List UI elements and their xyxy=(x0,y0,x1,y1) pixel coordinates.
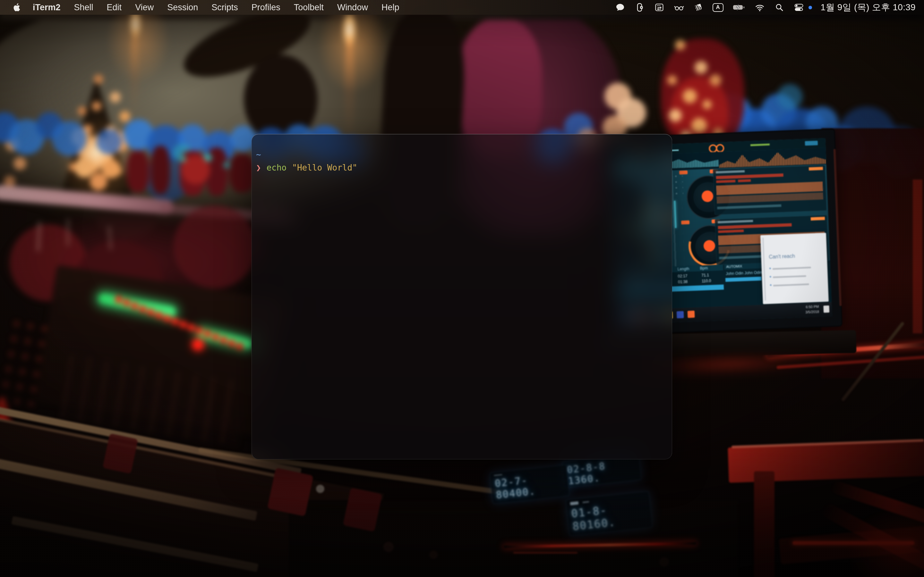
desktop: 02-8-8 1360. 02-7-80400. 01-8-80160. xyxy=(0,0,924,577)
eyeglasses-icon[interactable] xyxy=(674,2,684,13)
terminal-cwd-line: ~ xyxy=(256,148,666,161)
browser-col-bpm: Bpm xyxy=(700,266,708,271)
control-center-icon[interactable] xyxy=(793,2,804,13)
menu-item-window[interactable]: Window xyxy=(337,3,368,13)
notification-dot xyxy=(809,6,812,9)
input-source-icon[interactable]: A xyxy=(712,3,724,12)
browser-error-popup: Can't reach xyxy=(760,233,829,304)
terminal-prompt-line[interactable]: ❯echo"Hello World" xyxy=(256,161,666,174)
apple-menu[interactable] xyxy=(10,2,21,13)
prompt-symbol: ❯ xyxy=(256,163,261,172)
menu-item-profiles[interactable]: Profiles xyxy=(252,3,280,13)
browser-row: John Odin John Odin xyxy=(726,270,762,276)
menu-item-help[interactable]: Help xyxy=(381,3,399,13)
menu-item-view[interactable]: View xyxy=(135,3,153,13)
menu-item-session[interactable]: Session xyxy=(167,3,198,13)
popup-title: Can't reach xyxy=(769,253,795,260)
laptop-clock: 6:50 PM xyxy=(806,305,819,309)
terminal-cwd: ~ xyxy=(256,150,261,159)
track-panel xyxy=(713,165,827,215)
command-text: echo xyxy=(267,163,287,172)
menu-item-scripts[interactable]: Scripts xyxy=(212,3,238,13)
spotlight-icon[interactable] xyxy=(774,2,785,13)
battery-charging-icon[interactable] xyxy=(732,2,746,13)
input-source-label: A xyxy=(716,4,720,11)
messages-icon[interactable] xyxy=(615,2,626,13)
apple-logo-icon xyxy=(12,3,20,12)
command-argument: "Hello World" xyxy=(292,163,357,172)
display-arrows-icon[interactable] xyxy=(654,2,665,13)
automix-label: AUTOMIX xyxy=(726,264,742,269)
iterm2-terminal-window[interactable]: ~ ❯echo"Hello World" xyxy=(252,134,672,459)
iphone-mirroring-icon[interactable] xyxy=(634,2,645,13)
menu-item-iterm2[interactable]: iTerm2 xyxy=(33,3,61,13)
menu-item-edit[interactable]: Edit xyxy=(107,3,122,13)
wifi-icon[interactable] xyxy=(754,2,765,13)
hatched-tile-icon[interactable] xyxy=(693,2,704,13)
laptop-date: 3/5/2018 xyxy=(805,309,819,314)
menu-bar-clock[interactable]: 1월 9일 (목) 오후 10:39 xyxy=(821,1,916,13)
browser-col-length: Length xyxy=(677,267,689,271)
macos-menu-bar: iTerm2 Shell Edit View Session Scripts P… xyxy=(0,0,924,15)
menu-item-toolbelt[interactable]: Toolbelt xyxy=(294,3,324,13)
menu-item-shell[interactable]: Shell xyxy=(74,3,94,13)
